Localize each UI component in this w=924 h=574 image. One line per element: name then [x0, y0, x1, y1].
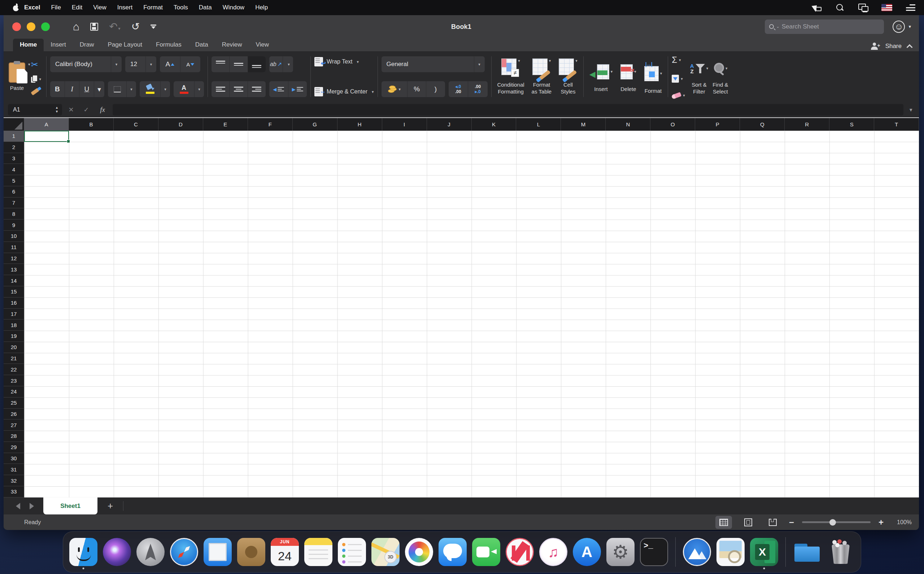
ribbon-tab-data[interactable]: Data	[189, 39, 215, 51]
column-header-o[interactable]: O	[650, 118, 695, 131]
font-size-dropdown[interactable]: 12 ▾	[125, 56, 156, 72]
dock-item-terminal[interactable]: >_	[639, 535, 669, 569]
column-header-h[interactable]: H	[337, 118, 382, 131]
orientation-dropdown-icon[interactable]: ▾	[285, 56, 293, 72]
selected-cell-a1[interactable]	[24, 131, 69, 142]
decrease-indent-button[interactable]: ◀	[269, 81, 288, 97]
row-header-32[interactable]: 32	[4, 475, 24, 486]
ribbon-tab-page-layout[interactable]: Page Layout	[101, 39, 149, 51]
column-header-i[interactable]: I	[382, 118, 427, 131]
dock-item-itunes[interactable]: ♫	[539, 535, 568, 569]
menu-tools[interactable]: Tools	[174, 4, 188, 11]
number-format-dropdown[interactable]: General ▾	[381, 56, 485, 72]
dock-item-messages[interactable]	[438, 535, 467, 569]
row-header-26[interactable]: 26	[4, 408, 24, 420]
dock-item-launchpad[interactable]	[136, 535, 165, 569]
feedback-dropdown-icon[interactable]: ▾	[908, 24, 911, 29]
column-header-a[interactable]: A	[24, 118, 69, 131]
font-name-dropdown[interactable]: Calibri (Body) ▾	[50, 56, 122, 72]
row-header-14[interactable]: 14	[4, 275, 24, 286]
column-header-g[interactable]: G	[293, 118, 337, 131]
menu-edit[interactable]: Edit	[72, 4, 82, 11]
customize-toolbar-icon[interactable]	[151, 25, 156, 29]
wrap-text-dropdown-icon[interactable]: ▾	[357, 60, 359, 64]
dock-item-preview[interactable]	[716, 535, 745, 569]
row-header-29[interactable]: 29	[4, 442, 24, 453]
fill-handle[interactable]	[67, 140, 70, 143]
currency-format-button[interactable]: ▾	[381, 81, 408, 97]
format-cells-button[interactable]: |↔| ▾ Format	[642, 57, 664, 96]
comma-format-button[interactable]: )	[426, 81, 445, 97]
row-header-9[interactable]: 9	[4, 219, 24, 231]
row-header-30[interactable]: 30	[4, 453, 24, 464]
column-header-b[interactable]: B	[69, 118, 114, 131]
ribbon-tab-formulas[interactable]: Formulas	[149, 39, 189, 51]
name-box[interactable]: A1 ▲▼	[8, 104, 62, 115]
row-header-20[interactable]: 20	[4, 342, 24, 353]
ribbon-tab-insert[interactable]: Insert	[44, 39, 73, 51]
underline-button[interactable]: U	[79, 81, 94, 97]
search-input[interactable]	[782, 23, 880, 30]
input-language-us-flag-icon[interactable]	[881, 4, 892, 11]
dock-item-calendar[interactable]: JUN24	[270, 535, 299, 569]
ribbon-tab-home[interactable]: Home	[13, 39, 44, 51]
insert-function-icon[interactable]: fx	[95, 106, 110, 114]
page-break-view-button[interactable]	[765, 516, 781, 529]
zoom-slider[interactable]	[802, 521, 870, 523]
percent-format-button[interactable]: %	[408, 81, 426, 97]
merge-center-button[interactable]: ↔ Merge & Center ▾	[314, 87, 373, 96]
conditional-formatting-button[interactable]: ≠ ▾ Conditional Formatting	[495, 57, 527, 97]
font-color-button[interactable]: A	[174, 81, 195, 97]
row-header-11[interactable]: 11	[4, 242, 24, 253]
fill-button[interactable]: ▾	[672, 75, 685, 83]
airplay-displays-icon[interactable]	[858, 3, 868, 12]
screen-sharing-pointer-icon[interactable]	[812, 3, 822, 12]
align-middle-button[interactable]	[230, 56, 248, 72]
row-header-12[interactable]: 12	[4, 253, 24, 264]
column-header-c[interactable]: C	[114, 118, 159, 131]
column-header-f[interactable]: F	[248, 118, 293, 131]
sort-filter-button[interactable]: AZ ▾ Sort & Filter	[688, 57, 710, 97]
search-sheet-field[interactable]: ⌄	[765, 19, 884, 34]
column-header-e[interactable]: E	[203, 118, 248, 131]
paste-dropdown-icon[interactable]: ▾	[28, 62, 30, 67]
sheet-tab-sheet1[interactable]: Sheet1	[43, 497, 98, 514]
font-color-dropdown-icon[interactable]: ▾	[195, 81, 204, 97]
column-header-n[interactable]: N	[606, 118, 650, 131]
increase-font-size-button[interactable]: A	[160, 56, 181, 72]
close-window-button[interactable]	[12, 22, 21, 31]
underline-dropdown-icon[interactable]: ▾	[94, 81, 104, 97]
dock-item-reminders[interactable]	[337, 535, 366, 569]
dock-item-downloads-folder[interactable]	[793, 535, 822, 569]
page-layout-view-button[interactable]	[740, 516, 757, 529]
text-orientation-button[interactable]: ab ↗	[269, 56, 283, 72]
zoom-slider-thumb[interactable]	[830, 519, 836, 526]
align-bottom-button[interactable]	[248, 56, 266, 72]
row-header-3[interactable]: 3	[4, 153, 24, 164]
column-header-p[interactable]: P	[695, 118, 740, 131]
row-header-17[interactable]: 17	[4, 309, 24, 320]
fill-color-button[interactable]	[140, 81, 161, 97]
cell-styles-button[interactable]: ▾ Cell Styles	[557, 57, 580, 97]
copy-icon[interactable]	[31, 76, 37, 83]
row-header-24[interactable]: 24	[4, 386, 24, 397]
dock-item-safari[interactable]	[170, 535, 198, 569]
dock-item-photos[interactable]	[405, 535, 433, 569]
dock-item-notes[interactable]	[304, 535, 333, 569]
cancel-entry-icon[interactable]: ✕	[65, 106, 77, 114]
dock-item-facetime[interactable]	[472, 535, 501, 569]
cut-icon[interactable]: ✂	[31, 60, 41, 69]
row-header-25[interactable]: 25	[4, 397, 24, 408]
zoom-level[interactable]: 100%	[891, 519, 912, 526]
align-center-button[interactable]	[230, 81, 248, 97]
row-header-1[interactable]: 1	[4, 131, 24, 142]
add-sheet-button[interactable]: +	[98, 497, 123, 514]
save-icon[interactable]	[90, 23, 98, 31]
borders-button[interactable]	[108, 81, 127, 97]
align-left-button[interactable]	[211, 81, 230, 97]
search-scope-chevron-icon[interactable]: ⌄	[776, 24, 779, 29]
decrease-font-size-button[interactable]: A	[181, 56, 201, 72]
dock-item-maps[interactable]	[371, 535, 400, 569]
ribbon-tab-review[interactable]: Review	[215, 39, 249, 51]
scroll-sheets-right-icon[interactable]	[30, 503, 34, 509]
